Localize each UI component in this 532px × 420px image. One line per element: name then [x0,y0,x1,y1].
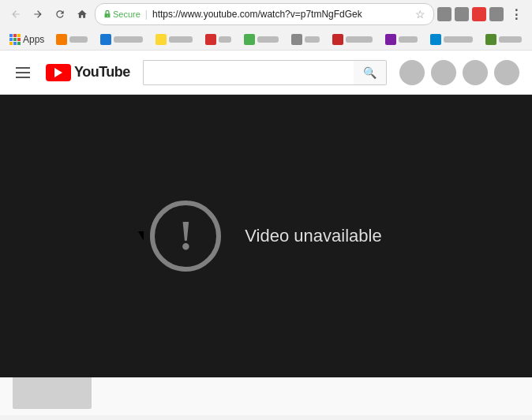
extension-icon-2 [455,7,469,21]
hamburger-line [16,67,30,69]
video-unavailable-text: Video unavailable [245,226,381,246]
bookmark-label [444,36,473,43]
home-button[interactable] [73,5,92,24]
bookmark-item[interactable] [52,32,92,47]
apps-label: Apps [23,34,44,45]
extension-icon-3 [489,7,504,21]
header-actions [399,60,519,85]
bookmark-item[interactable] [426,32,477,47]
secure-label: Secure [113,9,140,19]
url-separator: | [145,9,148,20]
error-icon: ! [150,201,221,272]
bookmark-item[interactable] [328,32,377,47]
user-avatar-1[interactable] [399,60,425,85]
youtube-logo-text: YouTube [74,64,130,81]
bookmark-item[interactable] [152,32,197,47]
search-button[interactable]: 🔍 [354,60,387,85]
bookmark-label [346,36,373,43]
back-button[interactable] [6,5,25,24]
secure-icon: Secure [103,9,140,19]
bookmark-star-button[interactable]: ☆ [415,8,425,21]
user-avatar-4[interactable] [494,60,519,85]
bookmark-item[interactable] [240,32,283,47]
url-text: https://www.youtube.com/watch?v=p7tmNgFd… [152,9,410,20]
user-avatar-3[interactable] [463,60,488,85]
bookmark-item[interactable] [201,32,235,47]
user-avatar-2[interactable] [431,60,456,85]
address-bar[interactable]: Secure | https://www.youtube.com/watch?v… [95,3,434,25]
bookmark-favicon [205,34,216,45]
youtube-logo[interactable]: YouTube [46,64,130,81]
bookmark-favicon [244,34,255,45]
bookmark-label [305,36,320,43]
apps-grid-icon [9,34,21,45]
bookmark-item[interactable] [287,32,324,47]
forward-button[interactable] [28,5,47,24]
apps-link[interactable]: Apps [6,32,47,47]
extension-icon-red [472,7,486,21]
bookmark-favicon [155,34,167,45]
hamburger-line [16,77,30,78]
hamburger-menu-button[interactable] [13,64,33,81]
bookmark-favicon [100,34,111,45]
browser-actions: ⋮ [437,5,526,24]
chrome-menu-button[interactable]: ⋮ [507,5,526,24]
bookmark-favicon [430,34,441,45]
bookmark-favicon [385,34,396,45]
error-exclamation: ! [179,216,193,257]
youtube-header: YouTube 🔍 [0,51,532,95]
refresh-button[interactable] [51,5,69,24]
mouse-cursor [138,231,144,241]
video-player[interactable]: ! Video unavailable [0,95,532,377]
bookmark-favicon [485,34,496,45]
bookmark-label [257,36,279,43]
bookmark-item[interactable] [481,32,526,47]
youtube-play-triangle [54,68,62,77]
extension-icon-1 [437,7,451,21]
youtube-logo-icon [46,64,71,81]
bookmark-favicon [291,34,302,45]
search-input[interactable] [143,60,354,85]
bookmark-favicon [332,34,343,45]
bookmark-label [114,36,143,43]
bookmarks-bar: Apps [0,28,532,51]
bookmark-favicon [56,34,67,45]
browser-chrome: Secure | https://www.youtube.com/watch?v… [0,0,532,51]
address-bar-row: Secure | https://www.youtube.com/watch?v… [0,0,532,28]
bookmark-label [69,36,88,43]
bottom-area [0,377,532,415]
video-unavailable-container: ! Video unavailable [150,201,381,272]
bookmark-label [499,36,522,43]
search-container: 🔍 [143,60,387,85]
bookmark-label [219,36,231,43]
bookmark-item[interactable] [96,32,147,47]
bookmark-label [399,36,418,43]
bookmark-label [169,36,193,43]
bookmark-item[interactable] [381,32,421,47]
hamburger-line [16,72,30,73]
